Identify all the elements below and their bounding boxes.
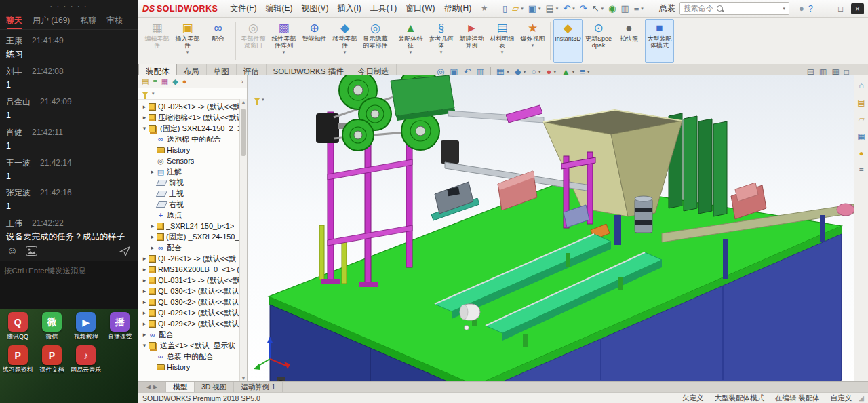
redo-icon[interactable]: ↷ (580, 4, 587, 13)
user-icon[interactable]: ● (799, 4, 804, 13)
expand-arrow-icon[interactable]: ▸ (141, 320, 148, 327)
scrollbar-thumb[interactable] (241, 109, 246, 156)
filter-icon[interactable] (142, 92, 149, 96)
flyout-arrow-icon[interactable]: › (241, 77, 243, 85)
tree-item[interactable]: History (140, 362, 240, 372)
expand-arrow-icon[interactable]: ▸ (141, 277, 148, 284)
tree-item[interactable]: History (140, 145, 240, 155)
tree-item[interactable]: ▾(固定) SXRL24-150_2_14 (140, 123, 240, 134)
close-icon[interactable]: × (851, 3, 864, 14)
chat-tab[interactable]: 审核 (106, 15, 123, 26)
appearances-icon[interactable]: ● (859, 149, 863, 158)
ribbon-button[interactable]: ▩线性零部件阵列▾ (269, 19, 298, 63)
tree-item[interactable]: 前视 (140, 177, 240, 188)
command-search-input[interactable]: 搜索命令 ▾ (679, 2, 789, 15)
menu-item[interactable]: 文件(F) (226, 1, 260, 16)
ribbon-button[interactable]: ▦编辑零部件 (142, 19, 172, 63)
pin-menu-icon[interactable]: ★ (481, 4, 488, 13)
expand-arrow-icon[interactable]: ▸ (141, 114, 148, 121)
tree-item[interactable]: ▸QL-030<2> (默认<<默认 (140, 296, 240, 307)
expand-arrow-icon[interactable]: ▾ (141, 342, 148, 349)
save-icon[interactable]: ▣ (528, 4, 536, 13)
expand-arrow-icon[interactable]: ▸ (149, 244, 156, 251)
chevron-down-icon[interactable]: ▾ (601, 6, 604, 12)
options-icon[interactable]: ≡ (634, 4, 639, 13)
chat-tab[interactable]: 用户 (169) (33, 15, 70, 26)
ribbon-button[interactable]: ●拍快照 (614, 19, 644, 63)
tree-item[interactable]: ▸QL-030<1> (默认<<默认 (140, 286, 240, 296)
propertymanager-tab-icon[interactable]: ≡ (153, 77, 157, 85)
select-icon[interactable]: ↖ (592, 4, 599, 13)
desktop-icon[interactable]: P课件文档 (35, 345, 68, 373)
undo-icon[interactable]: ↶ (563, 4, 570, 13)
expand-arrow-icon[interactable]: ▸ (141, 299, 148, 305)
menu-item[interactable]: 帮助(H) (439, 1, 475, 16)
image-icon[interactable] (26, 246, 37, 256)
desktop-icon[interactable]: ♪网易云音乐 (70, 345, 102, 373)
rebuild-icon[interactable]: ◉ (608, 4, 616, 13)
expand-arrow-icon[interactable]: ▸ (149, 223, 156, 229)
tree-item[interactable]: ◎Sensors (140, 155, 240, 166)
print-icon[interactable]: ▤ (546, 4, 554, 13)
chevron-down-icon[interactable]: ▾ (524, 69, 526, 75)
restore-icon[interactable]: □ (834, 3, 847, 14)
chevron-down-icon[interactable]: ▾ (783, 6, 785, 12)
ribbon-button[interactable]: ⊙更新Speedpak (584, 19, 613, 63)
open-icon[interactable]: ▱ (512, 4, 519, 13)
chevron-down-icon[interactable]: ▾ (507, 69, 509, 75)
desktop-icon[interactable]: ▶视频教程 (70, 312, 102, 340)
tree-item[interactable]: ▸_SXRL24-150_b<1> (140, 220, 240, 231)
ribbon-button[interactable]: ►新建运动算例 (457, 19, 486, 63)
chevron-down-icon[interactable]: ▾ (538, 69, 541, 75)
menu-item[interactable]: 视图(V) (298, 1, 333, 16)
desktop-icon[interactable]: 播直播课堂 (104, 312, 136, 340)
ribbon-button[interactable]: ★爆炸视图▾ (518, 19, 547, 63)
tree-item[interactable]: ▸QL-26<1> -> (默认<<默 (140, 253, 240, 264)
tree-item[interactable]: ▾送盖<1> <默认_显示状 (140, 340, 240, 351)
minimize-icon[interactable]: − (817, 3, 830, 14)
chevron-down-icon[interactable]: ▾ (538, 6, 541, 12)
tree-item[interactable]: ▸∞配合 (140, 329, 240, 340)
tree-item[interactable]: ▸压缩泡棉<1> (默认<<默认 (140, 112, 240, 123)
scroll-left-icon[interactable]: ◀ (146, 384, 151, 390)
tree-item[interactable]: ▸QL-029<2> (默认<<默认 (140, 318, 240, 329)
featuremanager-tab-icon[interactable]: ▤ (142, 77, 149, 85)
configurationmanager-tab-icon[interactable]: ▦ (161, 77, 168, 85)
chevron-down-icon[interactable]: ▾ (572, 6, 575, 12)
tree-item[interactable]: ▸∞配合 (140, 242, 240, 253)
tree-item[interactable]: ▸▤注解 (140, 166, 240, 177)
chat-tab[interactable]: 私聊 (80, 15, 96, 26)
tree-item[interactable]: ▸(固定) _SXRL24-150_ (140, 231, 240, 242)
ribbon-button[interactable]: ◆移动零部件▾ (330, 19, 359, 63)
ribbon-button[interactable]: ◎显示隐藏的零部件 (361, 19, 390, 63)
expand-arrow-icon[interactable]: ▸ (149, 233, 156, 240)
scroll-up-icon[interactable]: ▲ (241, 99, 246, 106)
study-tab-运动算例 1[interactable]: 运动算例 1 (234, 382, 283, 392)
menu-item[interactable]: 窗口(W) (401, 1, 439, 16)
study-tab-3D 视图[interactable]: 3D 视图 (195, 382, 234, 392)
chevron-down-icon[interactable]: ▾ (152, 91, 155, 96)
menu-item[interactable]: 插入(I) (334, 1, 366, 16)
tree-item[interactable]: ∞总装 中的配合 (140, 351, 240, 362)
chevron-down-icon[interactable]: ▾ (556, 6, 559, 12)
tree-item[interactable]: ∞送泡棉 中的配合 (140, 134, 240, 145)
desktop-icon[interactable]: P练习题资料 (1, 345, 34, 373)
new-icon[interactable]: ▯ (502, 4, 507, 13)
viewport-3d[interactable]: ▾ (248, 75, 854, 382)
ribbon-button[interactable]: §参考几何体▾ (427, 19, 456, 63)
expand-arrow-icon[interactable]: ▸ (141, 288, 148, 294)
expand-arrow-icon[interactable]: ▸ (141, 266, 148, 273)
desktop-icon[interactable]: Q腾讯QQ (1, 312, 34, 340)
search-icon[interactable] (717, 5, 723, 12)
file-explorer-icon[interactable]: ▱ (858, 115, 864, 124)
ribbon-button[interactable]: ◎零部件预览窗口 (239, 19, 268, 63)
ribbon-button[interactable]: ∞配合 (203, 19, 233, 63)
tree-item[interactable]: ▸QL-025<1> -> (默认<<默 (140, 101, 240, 112)
menu-item[interactable]: 工具(T) (366, 1, 401, 16)
tree-item[interactable]: ▸RMS16X200LB_0_<1> (默 (140, 264, 240, 275)
chevron-down-icon[interactable]: ▾ (553, 69, 556, 75)
ribbon-button[interactable]: ▤材料明细表▾ (488, 19, 517, 63)
displaymanager-tab-icon[interactable]: ● (182, 77, 187, 85)
emoji-icon[interactable]: ☺ (7, 246, 18, 256)
chat-tab[interactable]: 聊天 (6, 15, 22, 26)
